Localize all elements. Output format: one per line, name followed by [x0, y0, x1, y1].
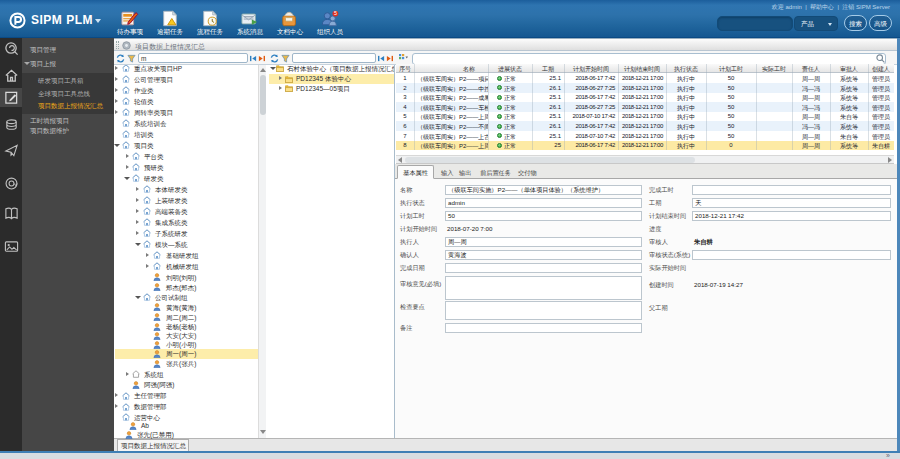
svg-text:5: 5	[334, 10, 337, 16]
